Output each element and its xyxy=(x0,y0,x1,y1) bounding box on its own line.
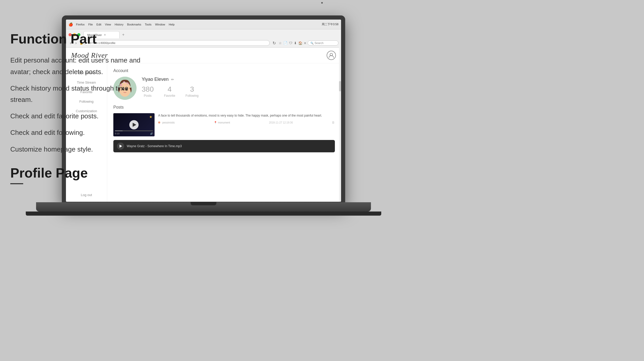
laptop-bottom-edge xyxy=(26,212,381,216)
post-footer: pessimistic 📍 monument 2018-11-27 12:19:… xyxy=(158,121,335,124)
menu-firefox[interactable]: Firefox xyxy=(76,23,85,26)
annotation-desc-5: Customize homepage style. xyxy=(10,144,144,155)
logout-button[interactable]: Log out xyxy=(66,193,107,197)
scrollbar-track[interactable] xyxy=(339,63,341,202)
menu-edit[interactable]: Edit xyxy=(96,23,101,26)
annotation-area: Function Part Edit personal account: edi… xyxy=(10,31,144,184)
location-tag: 📍 monument xyxy=(214,121,230,124)
user-avatar-button[interactable] xyxy=(327,51,336,60)
menu-icon[interactable]: ≡ xyxy=(304,41,306,45)
following-label: Following xyxy=(185,94,199,98)
menu-window[interactable]: Window xyxy=(155,23,165,26)
search-icon: 🔍 xyxy=(310,42,313,45)
menu-help[interactable]: Help xyxy=(169,23,175,26)
reload-button[interactable]: ↻ xyxy=(271,40,277,46)
menu-tools[interactable]: Tools xyxy=(145,23,151,26)
clock: 周二下午3:58 xyxy=(322,22,338,26)
shield-icon[interactable]: 🛡 xyxy=(289,41,292,45)
edit-name-icon[interactable]: ✏ xyxy=(171,77,174,82)
location-text: monument xyxy=(218,121,230,124)
mood-dot-icon xyxy=(158,121,160,124)
play-button[interactable] xyxy=(129,120,139,129)
scrollbar-thumb[interactable] xyxy=(339,81,341,91)
following-count: 3 xyxy=(185,86,199,93)
browser-search-field[interactable]: 🔍 Search xyxy=(308,40,338,46)
annotation-desc-1: Edit personal account: edit user's name … xyxy=(10,55,144,77)
post-timestamp: 2018-11-27 12:19:36 xyxy=(269,121,293,124)
menu-history[interactable]: History xyxy=(115,23,123,26)
reader-mode-icon[interactable]: 📄 xyxy=(283,41,287,45)
menu-file[interactable]: File xyxy=(88,23,93,26)
posts-section-title: Posts xyxy=(113,105,335,110)
profile-details: Yiyao Eleven ✏ 380 Posts 4 xyxy=(142,77,335,98)
mac-status-area: 周二下午3:58 xyxy=(322,22,338,26)
location-icon: 📍 xyxy=(214,121,217,124)
delete-post-button[interactable]: 🗑 xyxy=(332,121,335,124)
menu-bookmarks[interactable]: Bookmarks xyxy=(127,23,141,26)
post-card: ★ 0:13 🔊 xyxy=(113,113,335,136)
profile-page-title: Profile Page xyxy=(10,165,144,181)
annotation-desc-2: Check history mood status through time s… xyxy=(10,83,144,105)
annotation-desc-3: Check and edit favorite posts. xyxy=(10,110,144,122)
posts-section: Posts ★ xyxy=(113,105,335,136)
annotation-desc-4: Check and edit following. xyxy=(10,127,144,138)
post-content: A face to tell thousands of emotions, mo… xyxy=(158,113,335,124)
account-section: Account xyxy=(113,68,335,100)
profile-name-row: Yiyao Eleven ✏ xyxy=(142,77,335,82)
account-section-title: Account xyxy=(113,68,335,73)
search-placeholder: Search xyxy=(315,41,324,45)
laptop-camera xyxy=(321,2,323,4)
favorite-count: 4 xyxy=(164,86,175,93)
mood-tag: pessimistic xyxy=(158,121,175,124)
account-info: Yiyao Eleven ✏ 380 Posts 4 xyxy=(113,77,335,100)
function-part-title: Function Part xyxy=(10,31,144,47)
post-text: A face to tell thousands of emotions, mo… xyxy=(158,113,335,118)
macos-menubar: 🍎 Firefox File Edit View History Bookmar… xyxy=(66,20,341,29)
profile-name: Yiyao Eleven xyxy=(142,77,168,82)
stats-row: 380 Posts 4 Favorite 3 F xyxy=(142,86,335,98)
apple-icon: 🍎 xyxy=(69,22,73,27)
browser-actions: ☆ 📄 🛡 ⬇ 🏠 ≡ xyxy=(279,41,306,45)
stat-favorite: 4 Favorite xyxy=(164,86,175,98)
home-icon[interactable]: 🏠 xyxy=(298,41,302,45)
menu-view[interactable]: View xyxy=(105,23,111,26)
stat-following: 3 Following xyxy=(185,86,199,98)
mac-menu: Firefox File Edit View History Bookmarks… xyxy=(76,23,175,26)
volume-icon: 🔊 xyxy=(150,132,153,135)
download-icon[interactable]: ⬇ xyxy=(294,41,297,45)
music-player: Wayne Gratz - Somewhere In Time.mp3 xyxy=(113,140,335,152)
favorite-label: Favorite xyxy=(164,94,175,98)
laptop-base xyxy=(36,202,371,212)
title-underline xyxy=(10,183,23,184)
star-badge: ★ xyxy=(149,115,152,119)
mood-text: pessimistic xyxy=(162,121,175,124)
bookmark-star-icon[interactable]: ☆ xyxy=(279,41,282,45)
laptop-notch xyxy=(191,202,216,205)
